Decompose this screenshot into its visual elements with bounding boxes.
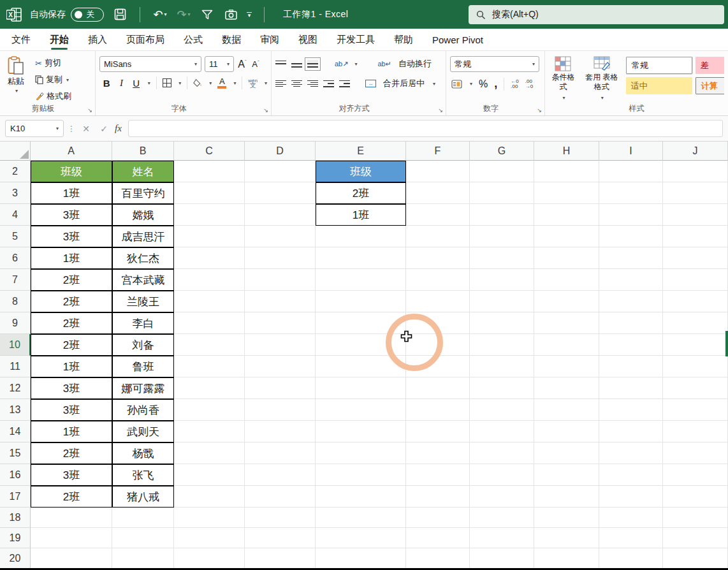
align-left-button[interactable]: [275, 80, 286, 88]
fill-color-button[interactable]: [193, 78, 202, 88]
cell-E11[interactable]: [316, 356, 406, 377]
cell-B10[interactable]: 刘备: [112, 334, 174, 356]
cell-H3[interactable]: [534, 182, 599, 204]
cell-F20[interactable]: [406, 548, 470, 569]
cell-H16[interactable]: [534, 464, 599, 486]
cell-J13[interactable]: [663, 399, 728, 421]
phonetic-guide-button[interactable]: wén 文: [248, 78, 258, 87]
cell-style-bad[interactable]: 差: [695, 57, 724, 74]
cell-B5[interactable]: 成吉思汗: [112, 226, 174, 247]
cell-J19[interactable]: [663, 528, 728, 548]
row-header-9[interactable]: 9: [0, 312, 31, 334]
cell-G11[interactable]: [470, 356, 534, 377]
cell-B11[interactable]: 鲁班: [112, 356, 174, 377]
formula-input[interactable]: [128, 120, 723, 137]
cell-D8[interactable]: [245, 291, 316, 312]
cell-H6[interactable]: [534, 247, 599, 269]
cell-C6[interactable]: [174, 247, 245, 269]
row-header-10[interactable]: 10: [0, 334, 31, 356]
cell-E15[interactable]: [316, 442, 406, 464]
cell-A14[interactable]: 1班: [31, 421, 112, 442]
cell-A10[interactable]: 2班: [31, 334, 112, 356]
cell-C16[interactable]: [174, 464, 245, 486]
cell-E6[interactable]: [316, 247, 406, 269]
cell-H9[interactable]: [534, 312, 599, 334]
cell-G7[interactable]: [470, 269, 534, 291]
cell-I13[interactable]: [599, 399, 663, 421]
cell-H8[interactable]: [534, 291, 599, 312]
cell-C10[interactable]: [174, 334, 245, 356]
cell-J20[interactable]: [663, 548, 728, 569]
cell-J9[interactable]: [663, 312, 728, 334]
cell-style-calculation[interactable]: 计算: [695, 77, 724, 94]
cell-C15[interactable]: [174, 442, 245, 464]
align-top-button[interactable]: [275, 60, 286, 68]
cell-F15[interactable]: [406, 442, 470, 464]
cell-F8[interactable]: [406, 291, 470, 312]
cell-G2[interactable]: [470, 161, 534, 182]
decrease-font-button[interactable]: Aˇ: [251, 59, 261, 69]
cell-B19[interactable]: [112, 528, 174, 548]
cell-J5[interactable]: [663, 226, 728, 247]
font-color-button[interactable]: A: [217, 78, 226, 89]
cell-J15[interactable]: [663, 442, 728, 464]
cell-A8[interactable]: 2班: [31, 291, 112, 312]
cell-D2[interactable]: [245, 161, 316, 182]
row-header-17[interactable]: 17: [0, 486, 31, 508]
cell-A16[interactable]: 3班: [31, 464, 112, 486]
cell-G13[interactable]: [470, 399, 534, 421]
cell-I20[interactable]: [599, 548, 663, 569]
cell-I16[interactable]: [599, 464, 663, 486]
cell-H7[interactable]: [534, 269, 599, 291]
cell-D19[interactable]: [245, 528, 316, 548]
tab-开始[interactable]: 开始: [50, 29, 69, 51]
cell-B2[interactable]: 姓名: [112, 161, 174, 182]
row-header-4[interactable]: 4: [0, 204, 31, 226]
row-header-6[interactable]: 6: [0, 247, 31, 269]
cell-D17[interactable]: [245, 486, 316, 508]
cell-C18[interactable]: [174, 508, 245, 528]
search-input[interactable]: 搜索(Alt+Q): [469, 5, 724, 24]
cell-F18[interactable]: [406, 508, 470, 528]
cell-D11[interactable]: [245, 356, 316, 377]
cell-A19[interactable]: [31, 528, 112, 548]
cell-H2[interactable]: [534, 161, 599, 182]
cell-C11[interactable]: [174, 356, 245, 377]
cell-I18[interactable]: [599, 508, 663, 528]
cell-C14[interactable]: [174, 421, 245, 442]
cell-C5[interactable]: [174, 226, 245, 247]
cell-A12[interactable]: 3班: [31, 377, 112, 399]
cell-D9[interactable]: [245, 312, 316, 334]
conditional-formatting-button[interactable]: 条件格式 ▾: [549, 55, 578, 103]
cell-H4[interactable]: [534, 204, 599, 226]
cell-B8[interactable]: 兰陵王: [112, 291, 174, 312]
cell-C13[interactable]: [174, 399, 245, 421]
cell-H5[interactable]: [534, 226, 599, 247]
percent-style-button[interactable]: %: [479, 78, 488, 90]
cell-J4[interactable]: [663, 204, 728, 226]
cell-G6[interactable]: [470, 247, 534, 269]
row-header-15[interactable]: 15: [0, 442, 31, 464]
cell-A18[interactable]: [31, 508, 112, 528]
cell-A15[interactable]: 2班: [31, 442, 112, 464]
cell-E12[interactable]: [316, 377, 406, 399]
column-header-C[interactable]: C: [174, 142, 245, 161]
cell-A20[interactable]: [31, 548, 112, 569]
cell-F12[interactable]: [406, 377, 470, 399]
cell-F19[interactable]: [406, 528, 470, 548]
row-header-3[interactable]: 3: [0, 182, 31, 204]
cell-G5[interactable]: [470, 226, 534, 247]
cell-J2[interactable]: [663, 161, 728, 182]
italic-button[interactable]: I: [117, 78, 126, 89]
row-header-14[interactable]: 14: [0, 421, 31, 442]
enter-button[interactable]: ✓: [97, 124, 111, 134]
cell-H17[interactable]: [534, 486, 599, 508]
tab-视图[interactable]: 视图: [298, 29, 317, 51]
cell-E20[interactable]: [316, 548, 406, 569]
increase-decimal-button[interactable]: ←0 .00: [511, 79, 518, 89]
tab-页面布局[interactable]: 页面布局: [126, 29, 164, 51]
merge-center-button[interactable]: 合并后居中: [381, 77, 426, 91]
column-header-G[interactable]: G: [470, 142, 534, 161]
tab-Power Pivot[interactable]: Power Pivot: [432, 29, 483, 51]
cell-C4[interactable]: [174, 204, 245, 226]
